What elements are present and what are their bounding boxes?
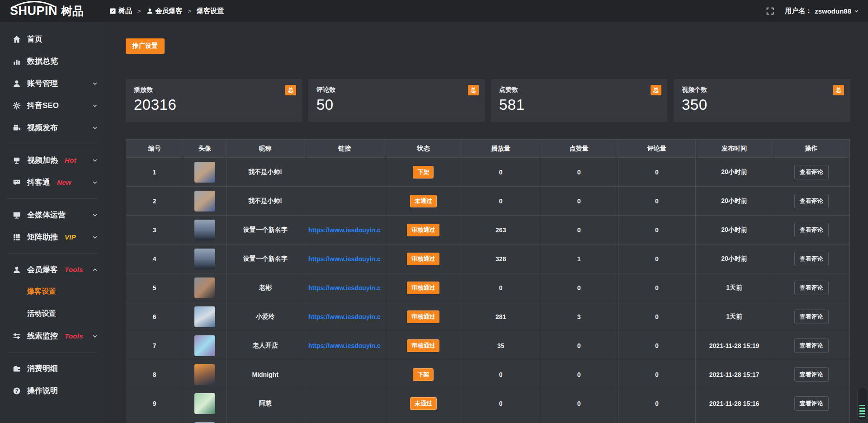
view-comments-button[interactable]: 查看评论 xyxy=(794,165,829,179)
table-cell: 9 xyxy=(126,389,183,418)
heat-icon xyxy=(12,156,21,164)
table-cell: 审核通过 xyxy=(385,302,462,331)
stat-card-1: 评论数总50 xyxy=(308,79,485,122)
likes-count: 0 xyxy=(577,197,581,205)
chevron-up-icon xyxy=(92,267,98,273)
table-cell xyxy=(183,360,226,389)
nickname: 设置一个新名字 xyxy=(243,255,288,262)
promo-settings-button[interactable]: 推广设置 xyxy=(126,38,165,54)
sidebar-item-operation-guide[interactable]: ?操作说明 xyxy=(0,380,105,402)
fullscreen-icon[interactable] xyxy=(766,7,774,15)
likes-count: 0 xyxy=(577,284,581,291)
stat-value: 350 xyxy=(682,96,842,113)
stat-total-badge: 总 xyxy=(468,85,479,95)
table-cell: 未通过 xyxy=(385,187,462,216)
video-link[interactable]: https://www.iesdouyin.c xyxy=(308,226,381,234)
column-header: 头像 xyxy=(183,140,226,158)
row-index: 6 xyxy=(153,313,156,320)
table-cell xyxy=(618,418,695,423)
chart-icon xyxy=(12,57,21,66)
nickname: 设置一个新名字 xyxy=(243,226,288,233)
user-menu[interactable]: 用户名：zswodun88 xyxy=(785,7,859,15)
floating-widget[interactable] xyxy=(857,388,867,420)
plays-count: 0 xyxy=(499,400,503,407)
view-comments-button[interactable]: 查看评论 xyxy=(794,310,829,324)
nickname: Midnight xyxy=(252,371,278,378)
sidebar-item-home[interactable]: 首页 xyxy=(0,28,105,50)
publish-time: 1天前 xyxy=(726,313,742,320)
table-cell: 0 xyxy=(618,273,695,302)
table-cell: 下架 xyxy=(385,158,462,187)
view-comments-button[interactable]: 查看评论 xyxy=(794,281,829,295)
logo[interactable]: SHUPIN 树品 xyxy=(0,0,105,22)
sidebar-subitem-baoke-settings[interactable]: 爆客设置 xyxy=(0,281,105,303)
table-cell: 我不是小帅! xyxy=(226,158,304,187)
table-cell: 1 xyxy=(126,158,183,187)
video-link[interactable]: https://www.iesdouyin.c xyxy=(308,313,381,320)
sidebar-item-douketong[interactable]: 抖客通New xyxy=(0,171,105,193)
stat-value: 50 xyxy=(316,96,476,113)
sidebar-item-matrix-boost[interactable]: 矩阵助推VIP xyxy=(0,226,105,248)
table-cell xyxy=(540,418,618,423)
view-comments-button[interactable]: 查看评论 xyxy=(794,194,829,208)
stat-total-badge: 总 xyxy=(285,85,296,95)
view-comments-button[interactable]: 查看评论 xyxy=(794,252,829,266)
stat-value: 581 xyxy=(499,96,659,113)
sidebar-item-account-management[interactable]: 账号管理 xyxy=(0,72,105,94)
breadcrumb-item[interactable]: 树品 xyxy=(109,7,132,15)
video-link[interactable]: https://www.iesdouyin.c xyxy=(308,342,381,349)
sidebar-item-label: 视频加热 xyxy=(27,155,58,165)
view-comments-button[interactable]: 查看评论 xyxy=(794,338,829,353)
sidebar-item-clue-monitor[interactable]: 线索监控Tools xyxy=(0,325,105,347)
view-comments-button[interactable]: 查看评论 xyxy=(794,223,829,237)
video-link[interactable]: https://www.iesdouyin.c xyxy=(308,255,381,263)
video-link[interactable]: https://www.iesdouyin.c xyxy=(308,284,381,291)
table-cell xyxy=(183,389,226,418)
table-cell xyxy=(183,158,226,187)
table-cell xyxy=(304,187,385,216)
comments-count: 0 xyxy=(655,313,659,320)
breadcrumb-item[interactable]: 会员爆客 xyxy=(146,7,183,15)
stat-label: 点赞数 xyxy=(499,86,659,94)
table-cell: 0 xyxy=(618,187,695,216)
user-icon xyxy=(12,266,21,274)
sidebar-item-expense-detail[interactable]: 消费明细 xyxy=(0,357,105,380)
table-cell: 0 xyxy=(462,273,540,302)
sidebar-item-label: 抖音SEO xyxy=(27,100,59,111)
table-cell: 2021-11-28 15:19 xyxy=(695,331,773,360)
sidebar-item-badge: Tools xyxy=(65,332,83,340)
sidebar-item-label: 消费明细 xyxy=(27,363,58,374)
table-cell xyxy=(183,418,226,423)
table-cell: 2021-11-28 15:17 xyxy=(695,360,773,389)
sidebar-item-label: 数据总览 xyxy=(27,56,58,66)
sidebar-item-member-baoke[interactable]: 会员爆客Tools xyxy=(0,258,105,281)
sidebar-item-label: 操作说明 xyxy=(27,385,58,396)
table-cell xyxy=(385,418,462,423)
table-cell: 3 xyxy=(540,302,618,331)
sidebar-item-badge: VIP xyxy=(65,233,76,241)
breadcrumb-item[interactable]: 爆客设置 xyxy=(197,7,224,15)
sidebar-item-media-operation[interactable]: 全媒体运营 xyxy=(0,204,105,226)
sidebar-item-douyin-seo[interactable]: 抖音SEO xyxy=(0,94,105,117)
gear-icon xyxy=(12,102,21,110)
chevron-down-icon xyxy=(92,158,98,163)
chevron-down-icon xyxy=(92,81,98,86)
sidebar-item-video-heat[interactable]: 视频加热Hot xyxy=(0,149,105,171)
sidebar-item-data-overview[interactable]: 数据总览 xyxy=(0,50,105,72)
plays-count: 263 xyxy=(495,226,506,234)
sidebar-item-video-publish[interactable]: 视频发布 xyxy=(0,117,105,139)
view-comments-button[interactable]: 查看评论 xyxy=(794,367,829,382)
table-cell: 查看评论 xyxy=(773,244,850,273)
sliders-icon xyxy=(12,332,21,340)
likes-count: 0 xyxy=(577,342,581,349)
table-cell: 查看评论 xyxy=(773,158,850,187)
table-cell: https://www.iesdouyin.c xyxy=(304,273,385,302)
sidebar-menu: 首页数据总览账号管理抖音SEO视频发布视频加热Hot抖客通New全媒体运营矩阵助… xyxy=(0,28,105,402)
avatar xyxy=(194,277,215,298)
sidebar-item-label: 会员爆客 xyxy=(27,264,58,275)
publish-time: 2021-11-28 15:17 xyxy=(709,371,760,378)
sidebar-subitem-activity-settings[interactable]: 活动设置 xyxy=(0,303,105,325)
table-cell xyxy=(304,418,385,423)
table-cell: 1 xyxy=(540,244,618,273)
view-comments-button[interactable]: 查看评论 xyxy=(794,396,829,411)
